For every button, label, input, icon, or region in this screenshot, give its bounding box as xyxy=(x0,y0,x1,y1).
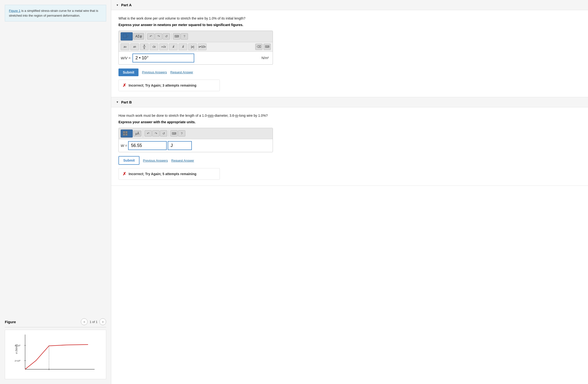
part-b-label: Part B xyxy=(121,100,132,104)
part-a-math-mode-btn[interactable]: √ xyxy=(121,32,133,40)
part-b-toolbar: μÅ ↶ ↷ ↺ ⌨ ? xyxy=(119,128,273,140)
figure-title: Figure xyxy=(5,320,16,324)
svg-rect-13 xyxy=(123,134,125,136)
part-b-section: ▼ Part B How much work must be done to s… xyxy=(111,97,588,186)
part-b-submit-row: Submit Previous Answers Request Answer xyxy=(119,156,581,165)
part-b-question: How much work must be done to stretch th… xyxy=(119,113,581,118)
graph-svg: σ (N/m²) 4×10⁹ 2×10⁸ xyxy=(7,332,104,376)
part-a-history-group: ↶ ↷ ↺ xyxy=(147,33,171,40)
part-b-request-answer-button[interactable]: Request Answer xyxy=(171,159,194,162)
part-a-request-answer-button[interactable]: Request Answer xyxy=(170,70,193,74)
part-a-instruction: Express your answer in newtons per meter… xyxy=(119,23,581,27)
part-a-unit: N/m² xyxy=(262,56,271,60)
part-b-collapse-arrow: ▼ xyxy=(116,101,119,103)
part-a-sqrt-btn[interactable]: √x xyxy=(149,43,158,50)
part-a-mode-group: √ ΑΣφ xyxy=(121,32,146,40)
part-b-previous-answers-button[interactable]: Previous Answers xyxy=(143,159,168,162)
figure-header: Figure < 1 of 1 > xyxy=(5,318,106,327)
figure-section: Figure < 1 of 1 > σ (N/m²) 4×10⁹ 2×10⁸ xyxy=(5,318,106,379)
part-b-math-editor: μÅ ↶ ↷ ↺ ⌨ ? W = xyxy=(119,128,273,152)
part-a-undo-btn[interactable]: ↶ xyxy=(147,33,154,40)
svg-rect-14 xyxy=(126,134,127,136)
part-a-subscript-btn[interactable]: xb xyxy=(130,43,139,50)
part-b-input-row: W = xyxy=(119,139,273,152)
part-b-undo-btn[interactable]: ↶ xyxy=(145,130,152,137)
part-a-superscript-btn[interactable]: xa xyxy=(121,43,129,50)
part-a-header[interactable]: ▼ Part A xyxy=(111,0,588,10)
part-b-submit-button[interactable]: Submit xyxy=(119,156,139,165)
right-panel: ▼ Part A What is the work done per unit … xyxy=(111,0,588,384)
figure-nav: < 1 of 1 > xyxy=(81,318,106,325)
part-a-backspace-btn[interactable]: ⌫ xyxy=(255,44,263,50)
part-a-text-mode-btn[interactable]: ΑΣφ xyxy=(133,33,144,40)
figure-info-text: is a simplified stress-strain curve for … xyxy=(9,9,98,17)
part-b-refresh-btn[interactable]: ↺ xyxy=(160,130,167,137)
part-b-redo-btn[interactable]: ↷ xyxy=(152,130,160,137)
svg-rect-9 xyxy=(123,34,126,38)
part-a-submit-row: Submit Previous Answers Request Answer xyxy=(119,68,581,76)
part-a-collapse-arrow: ▼ xyxy=(116,4,119,6)
part-b-math-label: W = xyxy=(121,143,127,148)
part-b-error-box: ✗ Incorrect; Try Again; 5 attempts remai… xyxy=(119,168,220,180)
part-a-refresh-btn[interactable]: ↺ xyxy=(163,33,170,40)
part-b-content: How much work must be done to stretch th… xyxy=(111,107,588,186)
part-b-instruction: Express your answer with the appropriate… xyxy=(119,120,581,124)
part-a-math-editor: √ ΑΣφ ↶ ↷ ↺ ⌨ ? xyxy=(119,31,273,65)
part-b-keyboard-btn[interactable]: ⌨ xyxy=(170,130,178,137)
part-a-input-row: W/V = N/m² xyxy=(119,52,273,64)
part-a-toolbar: √ ΑΣφ ↶ ↷ ↺ ⌨ ? xyxy=(119,31,273,42)
part-a-util-group: ⌨ ? xyxy=(173,33,189,40)
part-a-symbols-row: xa xb ab √x n√x x̄ x̂ |x| x•10n ⌫ ⌨ xyxy=(119,42,273,52)
part-a-math-label: W/V = xyxy=(121,56,130,60)
figure-info-box: Figure 1 is a simplified stress-strain c… xyxy=(5,5,106,21)
graph-area: σ (N/m²) 4×10⁹ 2×10⁸ xyxy=(5,330,106,379)
part-a-content: What is the work done per unit volume to… xyxy=(111,10,588,97)
svg-text:2×10⁸: 2×10⁸ xyxy=(15,360,21,362)
svg-rect-12 xyxy=(126,131,127,133)
part-b-header[interactable]: ▼ Part B xyxy=(111,97,588,107)
part-a-mean-btn[interactable]: x̄ xyxy=(169,43,178,50)
part-a-hat-btn[interactable]: x̂ xyxy=(179,43,187,50)
part-a-keyboard2-btn[interactable]: ⌨ xyxy=(263,44,271,50)
part-b-util-group: ⌨ ? xyxy=(170,130,187,137)
svg-text:√: √ xyxy=(127,35,129,38)
part-b-value-input[interactable] xyxy=(128,141,167,150)
part-a-redo-btn[interactable]: ↷ xyxy=(155,33,162,40)
part-a-nth-root-btn[interactable]: n√x xyxy=(159,43,168,50)
figure-prev-button[interactable]: < xyxy=(81,318,88,325)
part-a-fraction-btn[interactable]: ab xyxy=(140,43,149,50)
figure-nav-label: 1 of 1 xyxy=(89,320,98,324)
svg-text:4×10⁹: 4×10⁹ xyxy=(15,344,21,347)
part-a-question: What is the work done per unit volume to… xyxy=(119,16,581,21)
part-a-submit-button[interactable]: Submit xyxy=(119,68,139,76)
figure-link[interactable]: Figure 1 xyxy=(9,9,21,13)
part-a-error-icon: ✗ xyxy=(123,83,126,88)
part-b-math-mode-btn[interactable] xyxy=(121,130,133,138)
part-a-sci-notation-btn[interactable]: x•10n xyxy=(198,43,207,50)
part-a-previous-answers-button[interactable]: Previous Answers xyxy=(142,70,167,74)
part-b-mode-group: μÅ xyxy=(121,130,143,138)
left-panel: Figure 1 is a simplified stress-strain c… xyxy=(0,0,111,384)
part-b-help-btn[interactable]: ? xyxy=(178,130,185,137)
part-a-section: ▼ Part A What is the work done per unit … xyxy=(111,0,588,97)
figure-next-button[interactable]: > xyxy=(99,318,106,325)
part-a-error-box: ✗ Incorrect; Try Again; 3 attempts remai… xyxy=(119,80,220,91)
part-b-error-text: Incorrect; Try Again; 5 attempts remaini… xyxy=(129,172,196,176)
part-b-units-mode-btn[interactable]: μÅ xyxy=(133,130,141,137)
part-a-input[interactable] xyxy=(132,54,194,62)
part-b-units-input[interactable] xyxy=(168,141,192,150)
part-a-label: Part A xyxy=(121,3,132,7)
svg-rect-11 xyxy=(123,131,125,133)
part-a-error-text: Incorrect; Try Again; 3 attempts remaini… xyxy=(129,83,196,87)
part-b-history-group: ↶ ↷ ↺ xyxy=(145,130,169,137)
part-b-error-icon: ✗ xyxy=(123,171,126,177)
part-a-keyboard-btn[interactable]: ⌨ xyxy=(173,33,180,40)
part-a-help-btn[interactable]: ? xyxy=(181,33,188,40)
part-a-abs-btn[interactable]: |x| xyxy=(188,43,197,50)
